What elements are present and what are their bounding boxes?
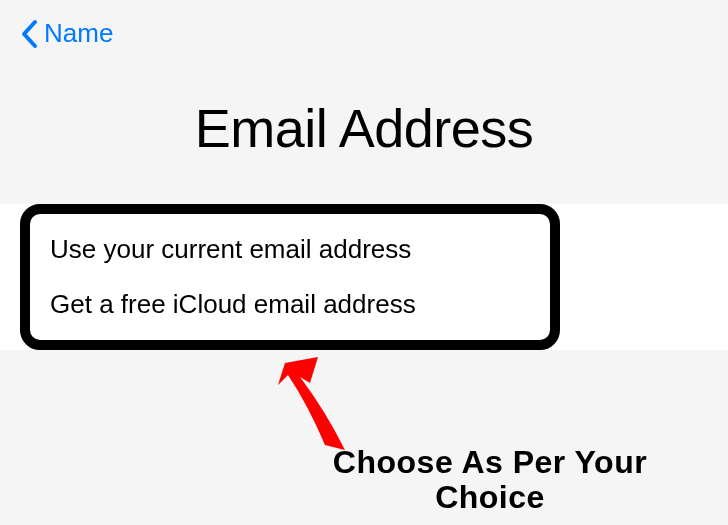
nav-bar: Name: [0, 0, 728, 67]
back-label: Name: [44, 18, 113, 49]
arrow-icon: [250, 355, 380, 465]
options-box: Use your current email address Get a fre…: [20, 204, 560, 350]
annotation: Choose As Per Your Choice: [260, 445, 720, 515]
option-get-icloud-email[interactable]: Get a free iCloud email address: [30, 277, 550, 332]
options-container: Use your current email address Get a fre…: [0, 204, 728, 350]
chevron-left-icon: [20, 19, 38, 49]
page-title: Email Address: [0, 97, 728, 159]
back-button[interactable]: Name: [20, 18, 113, 49]
annotation-text-line2: Choice: [260, 480, 720, 515]
option-use-current-email[interactable]: Use your current email address: [30, 222, 550, 277]
